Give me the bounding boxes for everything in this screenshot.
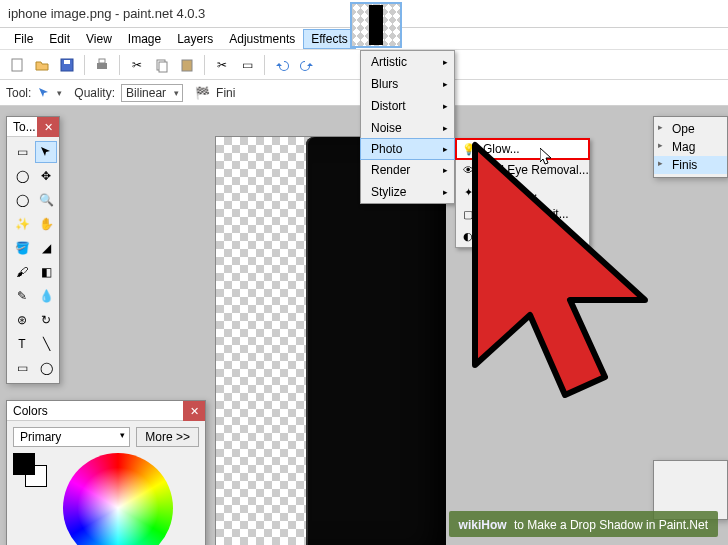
menu-effects[interactable]: Effects (303, 29, 355, 49)
redo-button[interactable] (296, 54, 318, 76)
tool-pan[interactable]: ✋ (35, 213, 57, 235)
undo-button[interactable] (271, 54, 293, 76)
effects-dropdown: Artistic▸ Blurs▸ Distort▸ Noise▸ Photo▸ … (360, 50, 455, 204)
print-button[interactable] (91, 54, 113, 76)
tools-close[interactable]: ✕ (37, 117, 59, 137)
submenu-glow[interactable]: 💡Glow... (455, 138, 590, 160)
effects-item-noise[interactable]: Noise▸ (361, 117, 454, 139)
submenu-soften[interactable]: ▢Soften Portrait... (456, 203, 589, 225)
svg-rect-2 (64, 60, 70, 64)
tool-wand[interactable]: ✨ (11, 213, 33, 235)
document-thumbnail[interactable] (350, 2, 402, 48)
tool-lasso[interactable]: ◯ (11, 165, 33, 187)
new-button[interactable] (6, 54, 28, 76)
window-title: iphone image.png - paint.net 4.0.3 (8, 6, 205, 21)
open-button[interactable] (31, 54, 53, 76)
tool-label: Tool: (6, 86, 31, 100)
submenu-redeye[interactable]: 👁Red Eye Removal... (456, 159, 589, 181)
effects-item-blurs[interactable]: Blurs▸ (361, 73, 454, 95)
wikihow-text: to Make a Drop Shadow in Paint.Net (511, 518, 708, 532)
menu-view[interactable]: View (78, 29, 120, 49)
wikihow-caption: wikiHow to Make a Drop Shadow in Paint.N… (449, 511, 718, 537)
history-item-finis[interactable]: Finis (654, 156, 727, 174)
color-wheel[interactable] (63, 453, 173, 545)
history-item-open[interactable]: Ope (654, 120, 727, 138)
effects-item-artistic[interactable]: Artistic▸ (361, 51, 454, 73)
effects-item-photo[interactable]: Photo▸ (360, 138, 455, 160)
effects-item-distort[interactable]: Distort▸ (361, 95, 454, 117)
colors-panel[interactable]: Colors ✕ Primary More >> (6, 400, 206, 545)
vignette-icon: ◐ (461, 230, 475, 243)
color-mode-combo[interactable]: Primary (13, 427, 130, 447)
tool-shape[interactable]: ◯ (35, 357, 57, 379)
tool-picker[interactable]: 💧 (35, 285, 57, 307)
menu-edit[interactable]: Edit (41, 29, 78, 49)
svg-rect-7 (182, 60, 192, 71)
quality-combo[interactable]: Bilinear (121, 84, 183, 102)
flag-icon[interactable]: 🏁 (195, 86, 210, 100)
effects-item-render[interactable]: Render▸ (361, 159, 454, 181)
svg-rect-3 (97, 63, 107, 69)
submenu-vignette[interactable]: ◐Vignette... (456, 225, 589, 247)
more-button[interactable]: More >> (136, 427, 199, 447)
cut-button[interactable]: ✂ (126, 54, 148, 76)
save-button[interactable] (56, 54, 78, 76)
bulb-icon: 💡 (462, 143, 476, 156)
submenu-sharpen[interactable]: ✦Sharpen... (456, 181, 589, 203)
colors-close[interactable]: ✕ (183, 401, 205, 421)
system-cursor-icon (540, 148, 556, 168)
tool-ellipse-select[interactable]: ◯ (11, 189, 33, 211)
portrait-icon: ▢ (461, 208, 475, 221)
photo-submenu: 💡Glow... 👁Red Eye Removal... ✦Sharpen...… (455, 138, 590, 248)
tool-recolor[interactable]: ↻ (35, 309, 57, 331)
color-swatches[interactable] (13, 453, 49, 489)
tool-rect[interactable]: ▭ (11, 357, 33, 379)
eye-icon: 👁 (461, 164, 475, 176)
crop-button[interactable]: ✂ (211, 54, 233, 76)
history-item-mag[interactable]: Mag (654, 138, 727, 156)
sharpen-icon: ✦ (461, 186, 475, 199)
tool-pencil[interactable]: ✎ (11, 285, 33, 307)
tools-panel[interactable]: To... ✕ ▭ ◯ ✥ ◯ 🔍 ✨ ✋ 🪣 ◢ 🖌 ◧ ✎ 💧 ⊛ ↻ T … (6, 116, 60, 384)
effects-item-stylize[interactable]: Stylize▸ (361, 181, 454, 203)
deselect-button[interactable]: ▭ (236, 54, 258, 76)
quality-label: Quality: (74, 86, 115, 100)
wikihow-brand: wikiHow (459, 518, 507, 532)
tool-text[interactable]: T (11, 333, 33, 355)
colors-header: Colors (7, 401, 205, 421)
tool-fill[interactable]: 🪣 (11, 237, 33, 259)
tool-eraser[interactable]: ◧ (35, 261, 57, 283)
tool-selector[interactable] (37, 86, 51, 100)
svg-rect-4 (99, 59, 105, 63)
svg-rect-0 (12, 59, 22, 71)
menu-image[interactable]: Image (120, 29, 169, 49)
menu-layers[interactable]: Layers (169, 29, 221, 49)
tool-clone[interactable]: ⊛ (11, 309, 33, 331)
tool-move-selection[interactable]: ✥ (35, 165, 57, 187)
menu-file[interactable]: File (6, 29, 41, 49)
tool-zoom[interactable]: 🔍 (35, 189, 57, 211)
tool-move[interactable] (35, 141, 57, 163)
tool-line[interactable]: ╲ (35, 333, 57, 355)
copy-button[interactable] (151, 54, 173, 76)
tool-gradient[interactable]: ◢ (35, 237, 57, 259)
paste-button[interactable] (176, 54, 198, 76)
fini-label: Fini (216, 86, 235, 100)
primary-swatch[interactable] (13, 453, 35, 475)
menu-adjustments[interactable]: Adjustments (221, 29, 303, 49)
tool-brush[interactable]: 🖌 (11, 261, 33, 283)
svg-rect-6 (159, 62, 167, 72)
tool-rect-select[interactable]: ▭ (11, 141, 33, 163)
history-panel[interactable]: Ope Mag Finis (653, 116, 728, 178)
